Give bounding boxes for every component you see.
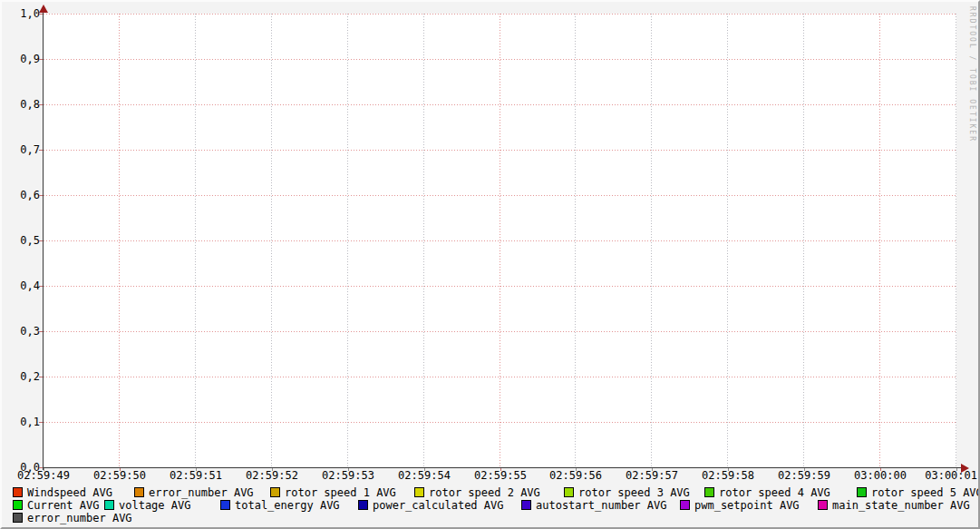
legend-label: rotor speed 4 AVG <box>719 486 830 499</box>
y-axis-tick <box>39 286 43 287</box>
x-axis-label: 02:59:53 <box>317 470 379 482</box>
x-axis-tick <box>500 468 501 471</box>
legend-label: Windspeed AVG <box>27 486 112 499</box>
legend-item: rotor speed 5 AVG <box>857 486 980 499</box>
plot-area <box>44 14 956 467</box>
legend-swatch <box>704 487 714 497</box>
y-axis-tick <box>39 14 43 15</box>
x-gridline-minor <box>575 14 576 467</box>
y-axis-arrow-icon <box>39 5 48 13</box>
legend-label: main_state_number AVG <box>832 499 970 512</box>
x-axis-tick <box>728 468 729 471</box>
legend-swatch <box>104 500 114 510</box>
y-axis-tick <box>39 331 43 332</box>
y-axis-label: 0,3 <box>9 325 40 338</box>
x-axis-tick <box>348 468 349 471</box>
y-axis-label: 0,4 <box>9 279 40 292</box>
legend-label: rotor speed 2 AVG <box>429 486 540 499</box>
y-axis-label: 0,8 <box>9 98 40 111</box>
x-axis-tick <box>880 468 881 471</box>
x-axis-label: 02:59:49 <box>13 470 74 482</box>
legend-label: rotor speed 5 AVG <box>871 486 980 499</box>
legend-swatch <box>680 500 690 510</box>
y-axis-label: 0,5 <box>9 234 40 247</box>
x-gridline-major <box>500 14 500 467</box>
legend-label: pwm_setpoint AVG <box>694 499 800 512</box>
x-axis-tick <box>956 468 957 471</box>
legend-swatch <box>857 487 867 497</box>
legend-label: error_number AVG <box>149 486 254 499</box>
x-gridline-major <box>119 14 120 467</box>
y-axis-label: 0,6 <box>9 189 40 201</box>
x-gridline-minor <box>423 14 424 467</box>
legend-swatch <box>13 487 23 497</box>
y-axis-tick <box>39 422 43 423</box>
x-axis-tick <box>120 468 121 471</box>
legend-swatch <box>521 500 531 510</box>
x-axis-tick <box>272 468 273 471</box>
x-gridline-minor <box>803 14 804 467</box>
legend-label: rotor speed 1 AVG <box>285 486 396 499</box>
y-axis-tick <box>39 240 43 241</box>
legend-label: power_calculated AVG <box>373 499 504 512</box>
y-axis-label: 0,2 <box>9 370 40 383</box>
legend-swatch <box>13 513 23 523</box>
legend-label: Current AVG <box>27 499 99 512</box>
x-gridline-minor <box>271 14 272 467</box>
legend-swatch <box>358 500 368 510</box>
x-axis-label: 02:59:58 <box>697 470 759 482</box>
x-axis-label: 02:59:57 <box>621 470 683 482</box>
x-axis-label: 03:00:00 <box>849 470 911 482</box>
legend-item: main_state_number AVG <box>818 499 980 512</box>
y-axis-tick <box>39 104 43 105</box>
x-axis-tick <box>196 468 197 471</box>
legend-swatch <box>270 487 280 497</box>
x-axis-label: 02:59:54 <box>393 470 455 482</box>
x-axis-label: 02:59:59 <box>773 470 835 482</box>
legend-label: total_energy AVG <box>235 499 340 512</box>
legend-item: error_number AVG <box>13 512 194 524</box>
x-gridline-minor <box>195 14 196 467</box>
legend-swatch <box>13 500 23 510</box>
y-axis-label: 0,9 <box>9 53 40 65</box>
x-gridline-minor <box>347 14 348 467</box>
legend-swatch <box>220 500 230 510</box>
y-axis-tick <box>39 59 43 60</box>
x-axis-tick <box>576 468 577 471</box>
x-gridline-major <box>879 14 880 467</box>
legend-swatch <box>134 487 144 497</box>
legend-label: rotor speed 3 AVG <box>578 486 690 499</box>
legend-swatch <box>414 487 424 497</box>
legend-item: autostart_number AVG <box>521 499 703 512</box>
y-axis-tick <box>39 150 43 151</box>
x-gridline-minor <box>727 14 728 467</box>
x-axis-label: 02:59:55 <box>470 470 531 482</box>
x-axis-tick <box>44 468 44 471</box>
x-gridline-minor <box>956 14 956 467</box>
y-axis-line <box>43 6 44 470</box>
x-axis-label: 02:59:52 <box>241 470 303 482</box>
y-axis-tick <box>39 467 43 468</box>
x-axis-label: 02:59:56 <box>545 470 606 482</box>
x-axis-label: 02:59:50 <box>89 470 150 482</box>
legend-label: error_number AVG <box>27 512 132 524</box>
x-axis-tick <box>652 468 653 471</box>
x-axis-label: 02:59:51 <box>165 470 227 482</box>
legend-label: voltage AVG <box>119 499 190 512</box>
y-axis-label: 0,1 <box>9 416 40 428</box>
x-gridline-minor <box>651 14 652 467</box>
legend-label: autostart_number AVG <box>536 499 667 512</box>
y-axis-tick <box>39 377 43 377</box>
rrdtool-watermark: RRDTOOL / TOBI OETIKER <box>968 6 976 142</box>
y-axis-tick <box>39 195 43 196</box>
legend-item: power_calculated AVG <box>358 499 539 512</box>
legend-swatch <box>564 487 574 497</box>
x-axis-label: 03:00:01 <box>916 470 977 482</box>
y-axis-label: 0,7 <box>9 143 40 156</box>
y-axis-label: 1,0 <box>9 7 40 20</box>
x-axis-tick <box>424 468 425 471</box>
rrdtool-graph: RRDTOOL / TOBI OETIKER 1,00,90,80,70,60,… <box>0 0 980 529</box>
legend-swatch <box>818 500 828 510</box>
x-axis-tick <box>804 468 805 471</box>
